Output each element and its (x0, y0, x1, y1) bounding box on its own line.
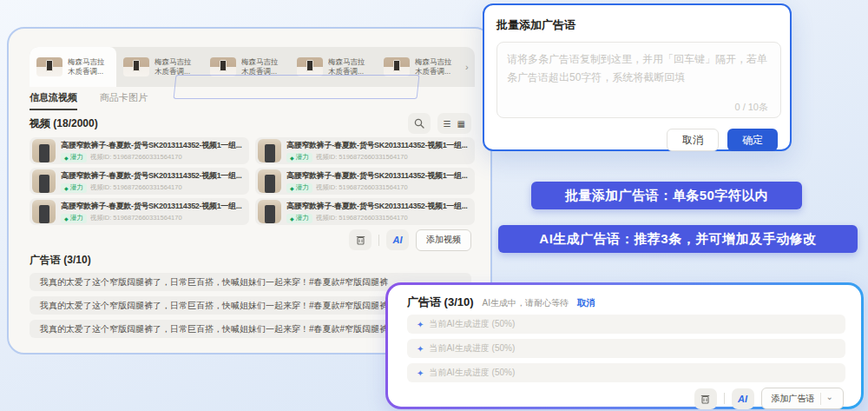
product-thumbnail (210, 57, 236, 76)
sparkle-icon: ✦ (417, 344, 424, 354)
ai-generate-video-button[interactable]: AI (386, 229, 409, 250)
sparkle-icon: ✦ (417, 368, 424, 378)
potential-badge: ◆潜力 (61, 153, 87, 162)
video-thumbnail (258, 169, 281, 193)
ai-generate-slogan-button[interactable]: AI (732, 388, 754, 409)
product-thumbnail (123, 57, 149, 76)
ai-slogan-panel: 广告语 (3/10) AI生成中，请耐心等待 取消 ✦ 当前AI生成进度 (50… (385, 282, 864, 409)
video-id: 视频ID: 5196872660331564170 (90, 214, 182, 222)
search-button[interactable] (408, 113, 431, 134)
product-tab-label: 梅森马吉拉木质香调... (68, 57, 105, 76)
confirm-button[interactable]: 确定 (727, 129, 778, 151)
video-thumbnail (258, 139, 281, 162)
video-section-title: 视频 (18/2000) (30, 116, 98, 131)
diamond-icon: ◆ (290, 215, 294, 222)
product-tab[interactable]: 梅森马吉拉木质香调... (30, 47, 116, 87)
video-item[interactable]: 高腰窄款裤子-春夏款-货号SK2013114352-视频1一组... ◆潜力 视… (30, 168, 249, 195)
trash-icon (356, 235, 365, 245)
ai-icon: AI (738, 394, 747, 404)
video-list: 高腰窄款裤子-春夏款-货号SK2013114352-视频1一组... ◆潜力 视… (30, 137, 471, 225)
diamond-icon: ◆ (290, 185, 294, 191)
video-title: 高腰窄款裤子-春夏款-货号SK2013114352-视频1一组... (286, 170, 471, 182)
potential-badge: ◆潜力 (286, 183, 312, 193)
tab-scroll-chevron-icon[interactable]: › (465, 62, 469, 72)
diamond-icon: ◆ (64, 185, 69, 191)
progress-row: ✦ 当前AI生成进度 (50%) (407, 339, 845, 358)
batch-add-slogan-modal: 批量添加广告语 0 / 10条 取消 确定 (483, 3, 792, 151)
add-video-button[interactable]: 添加视频 (416, 229, 471, 251)
cancel-generation-link[interactable]: 取消 (577, 297, 595, 309)
video-id: 视频ID: 5196872660331564170 (90, 183, 182, 192)
callout-batch-add: 批量添加广告语：单条50字符以内 (531, 182, 802, 209)
delete-slogans-button[interactable] (694, 388, 717, 409)
video-item[interactable]: 高腰窄款裤子-春夏款-货号SK2013114352-视频1一组... ◆潜力 视… (255, 168, 475, 195)
list-view-icon[interactable]: ☰ (444, 119, 451, 129)
slogan-section-title: 广告语 (3/10) (30, 253, 471, 268)
ai-panel-title: 广告语 (3/10) (407, 295, 474, 310)
page-background: 梅森马吉拉木质香调... 梅森马吉拉木质香调... 梅森马吉拉木质香调... 梅… (0, 0, 868, 411)
ai-icon: AI (393, 235, 403, 245)
video-item[interactable]: 高腰窄款裤子-春夏款-货号SK2013114352-视频1一组... ◆潜力 视… (30, 137, 249, 164)
divider (820, 393, 821, 405)
grid-view-icon[interactable]: ▦ (457, 119, 465, 129)
sparkle-icon: ✦ (417, 320, 424, 329)
video-item[interactable]: 高腰窄款裤子-春夏款-货号SK2013114352-视频1一组... ◆潜力 视… (255, 137, 475, 164)
video-title: 高腰窄款裤子-春夏款-货号SK2013114352-视频1一组... (61, 170, 246, 182)
callout-ai-generate: AI生成广告语：推荐3条，并可增加及手动修改 (498, 225, 858, 253)
product-thumbnail (384, 57, 410, 76)
video-thumbnail (32, 169, 56, 193)
product-tab-label: 梅森马吉拉木质香调... (155, 57, 192, 76)
add-slogan-button[interactable]: 添加广告语 ⌄ (761, 388, 844, 409)
video-thumbnail (32, 200, 56, 223)
slogan-counter: 0 / 10条 (734, 101, 768, 114)
potential-badge: ◆潜力 (286, 214, 312, 223)
potential-badge: ◆潜力 (286, 153, 312, 162)
delete-videos-button[interactable] (349, 229, 372, 250)
product-thumbnail (36, 57, 62, 76)
diamond-icon: ◆ (64, 155, 69, 161)
trash-icon (700, 394, 710, 404)
potential-badge: ◆潜力 (61, 214, 87, 223)
search-icon (414, 118, 424, 129)
view-toggle[interactable]: ☰ ▦ (437, 113, 471, 134)
video-id: 视频ID: 5196872660331564170 (316, 153, 408, 162)
video-id: 视频ID: 5196872660331564170 (90, 153, 182, 162)
video-item[interactable]: 高腰窄款裤子-春夏款-货号SK2013114352-视频1一组... ◆潜力 视… (255, 198, 475, 225)
progress-row: ✦ 当前AI生成进度 (50%) (407, 315, 845, 334)
progress-row: ✦ 当前AI生成进度 (50%) (407, 363, 845, 382)
cancel-button[interactable]: 取消 (667, 129, 719, 151)
divider (378, 235, 379, 246)
product-tab-label: 梅森马吉拉木质香调... (415, 57, 452, 76)
video-thumbnail (32, 139, 56, 162)
ai-generating-status: AI生成中，请耐心等待 (483, 297, 569, 309)
product-thumbnail (297, 57, 323, 76)
video-id: 视频ID: 5196872660331564170 (316, 183, 408, 192)
product-tab[interactable]: 梅森马吉拉木质香调... (290, 47, 377, 87)
tab-feed-video[interactable]: 信息流视频 (30, 91, 77, 110)
video-title: 高腰窄款裤子-春夏款-货号SK2013114352-视频1一组... (286, 140, 471, 151)
video-thumbnail (258, 200, 281, 223)
diamond-icon: ◆ (64, 215, 69, 222)
potential-badge: ◆潜力 (61, 183, 87, 193)
video-item[interactable]: 高腰窄款裤子-春夏款-货号SK2013114352-视频1一组... ◆潜力 视… (30, 198, 249, 225)
product-tab[interactable]: 梅森马吉拉木质香调... (377, 47, 464, 87)
product-tab[interactable]: 梅森马吉拉木质香调... (116, 47, 203, 87)
video-id: 视频ID: 5196872660331564170 (316, 214, 408, 222)
product-tab-label: 梅森马吉拉木质香调... (328, 57, 365, 76)
content-tabs: 信息流视频 商品卡图片 (30, 91, 471, 112)
video-title: 高腰窄款裤子-春夏款-货号SK2013114352-视频1一组... (286, 201, 471, 212)
product-tab-label: 梅森马吉拉木质香调... (241, 57, 279, 76)
product-tab[interactable]: 梅森马吉拉木质香调... (203, 47, 290, 87)
video-title: 高腰窄款裤子-春夏款-货号SK2013114352-视频1一组... (61, 140, 246, 151)
video-title: 高腰窄款裤子-春夏款-货号SK2013114352-视频1一组... (61, 201, 246, 212)
divider (724, 393, 725, 404)
modal-title: 批量添加广告语 (496, 17, 778, 33)
product-tab-strip: 梅森马吉拉木质香调... 梅森马吉拉木质香调... 梅森马吉拉木质香调... 梅… (30, 47, 475, 87)
diamond-icon: ◆ (290, 155, 294, 161)
tab-product-card-image[interactable]: 商品卡图片 (100, 91, 148, 109)
